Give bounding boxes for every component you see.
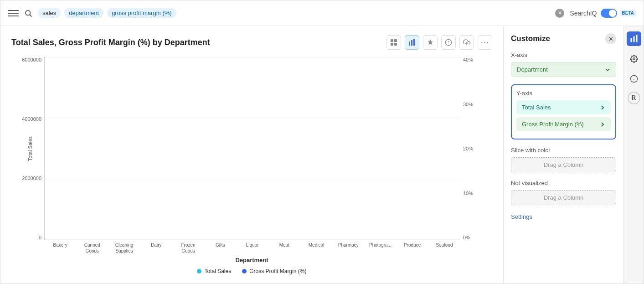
slice-section: Slice with color Drag a Column [511, 147, 616, 172]
searchiq-section: SearchIQ BETA [570, 9, 636, 18]
x-label-meat: Meat [268, 242, 300, 254]
legend-label-gpm: Gross Profit Margin (%) [249, 268, 306, 274]
chevron-right-icon-gpm [600, 122, 605, 127]
chart-title: Total Sales, Gross Profit Margin (%) by … [11, 38, 210, 47]
content-area: Total Sales, Gross Profit Margin (%) by … [0, 26, 644, 284]
svg-rect-3 [394, 39, 397, 42]
right-icon-info[interactable] [627, 72, 641, 86]
y-left-tick-0: 0 [39, 235, 41, 240]
customize-title: Customize [511, 34, 550, 43]
customize-close-button[interactable]: ✕ [605, 33, 616, 44]
chevron-down-icon [605, 67, 610, 72]
y-axis-section-label: Y-axis [516, 90, 611, 97]
beta-badge: BETA [620, 10, 636, 16]
bars-container: Total Sales [44, 57, 460, 240]
svg-rect-7 [411, 40, 412, 46]
svg-rect-14 [633, 36, 634, 42]
x-label-seafood: Seafood [428, 242, 460, 254]
y-axis-left-label: Total Sales [27, 136, 33, 161]
pin-button[interactable] [423, 35, 438, 50]
x-label-produce: Produce [397, 242, 428, 254]
gridlines [45, 57, 460, 240]
not-visualized-section: Not visualized Drag a Column [511, 180, 616, 205]
y-item-total-sales[interactable]: Total Sales [516, 100, 611, 114]
y-right-tick-10: 10% [463, 191, 473, 196]
customize-panel: Customize ✕ X-axis Department Y-axis Tot… [503, 26, 623, 284]
svg-rect-13 [630, 38, 632, 42]
x-label-photo: Photogra... [364, 242, 396, 254]
settings-link[interactable]: Settings [511, 213, 532, 220]
y-right-tick-40: 40% [463, 57, 473, 62]
y-left-tick-6m: 6000000 [22, 57, 41, 62]
svg-rect-15 [636, 35, 637, 42]
not-visualized-label: Not visualized [511, 180, 616, 186]
chart-panel: Total Sales, Gross Profit Margin (%) by … [0, 26, 503, 284]
table-view-button[interactable] [386, 35, 401, 50]
searchiq-label: SearchIQ [570, 10, 597, 17]
y-axis-right-label-container: Gross Profit Margin (%) [484, 57, 492, 240]
right-icon-r[interactable]: R [628, 92, 640, 104]
right-icons-bar: R [623, 26, 644, 284]
chart-with-axes: 6000000 4000000 2000000 0 Total Sales [11, 57, 492, 240]
more-options-button[interactable]: ··· [478, 35, 492, 50]
svg-rect-8 [413, 39, 415, 46]
x-labels-row: Bakery CannedGoods CleaningSupplies Dair… [44, 242, 460, 254]
x-label-liquor: Liquor [236, 242, 268, 254]
y-axis-section: Y-axis Total Sales Gross Profit Margin (… [511, 84, 616, 139]
tag-gross-profit[interactable]: gross profit margin (%) [107, 8, 176, 18]
y-item-gross-profit[interactable]: Gross Profit Margin (%) [516, 117, 611, 131]
x-axis-right-spacer [460, 242, 492, 254]
gridline-2 [45, 118, 460, 118]
bar-chart-button[interactable] [405, 35, 419, 50]
slice-drag-box[interactable]: Drag a Column [511, 157, 616, 172]
x-axis: Bakery CannedGoods CleaningSupplies Dair… [11, 242, 492, 254]
svg-rect-5 [394, 43, 397, 46]
gridline-4 [45, 239, 460, 240]
menu-icon[interactable] [8, 8, 19, 19]
customize-header: Customize ✕ [511, 33, 616, 44]
y-right-tick-20: 20% [463, 146, 473, 151]
x-label-pharmacy: Pharmacy [332, 242, 364, 254]
right-icon-settings[interactable] [627, 52, 641, 66]
y-left-tick-2m: 2000000 [22, 176, 41, 181]
upload-button[interactable] [459, 35, 474, 50]
legend-gpm: Gross Profit Margin (%) [242, 268, 306, 274]
chart-toolbar: ··· [386, 35, 492, 50]
legend: Total Sales Gross Profit Margin (%) [11, 268, 492, 274]
not-visualized-drag-box[interactable]: Drag a Column [511, 190, 616, 205]
x-axis-section-label: X-axis [511, 52, 616, 58]
searchiq-toggle[interactable]: BETA [601, 9, 636, 18]
x-label-frozen: FrozenGoods [172, 242, 204, 254]
insights-button[interactable] [441, 35, 456, 50]
search-icon [24, 9, 32, 17]
app-container: sales department gross profit margin (%)… [0, 0, 644, 284]
y-left-tick-4m: 4000000 [22, 116, 41, 122]
x-axis-title: Department [11, 257, 492, 263]
clear-search-button[interactable]: ✕ [555, 9, 564, 18]
chevron-right-icon-total-sales [600, 105, 605, 110]
chart-header: Total Sales, Gross Profit Margin (%) by … [11, 35, 492, 50]
search-input-area[interactable]: sales department gross profit margin (%) [38, 8, 550, 18]
y-item-total-sales-label: Total Sales [522, 104, 551, 111]
right-icon-chart[interactable] [627, 31, 641, 46]
svg-rect-4 [391, 43, 393, 46]
x-label-gifts: Gifts [204, 242, 236, 254]
y-axis-right: 40% 30% 20% 10% 0% [460, 57, 484, 240]
toggle-switch[interactable] [601, 9, 617, 18]
legend-dot-total-sales [197, 269, 201, 274]
legend-total-sales: Total Sales [197, 268, 231, 274]
x-axis-spacer [11, 242, 44, 254]
svg-line-1 [30, 15, 31, 16]
gridline-3 [45, 179, 460, 179]
y-right-tick-30: 30% [463, 102, 473, 107]
y-item-gpm-label: Gross Profit Margin (%) [522, 121, 584, 128]
x-axis-dropdown[interactable]: Department [511, 62, 616, 77]
tag-sales[interactable]: sales [38, 8, 61, 18]
x-label-bakery: Bakery [44, 242, 76, 254]
chart-body: 6000000 4000000 2000000 0 Total Sales [11, 57, 492, 274]
legend-label-total-sales: Total Sales [204, 268, 231, 274]
tag-department[interactable]: department [64, 8, 103, 18]
svg-point-16 [633, 58, 635, 60]
legend-dot-gpm [242, 269, 247, 274]
x-label-canned: CannedGoods [76, 242, 108, 254]
